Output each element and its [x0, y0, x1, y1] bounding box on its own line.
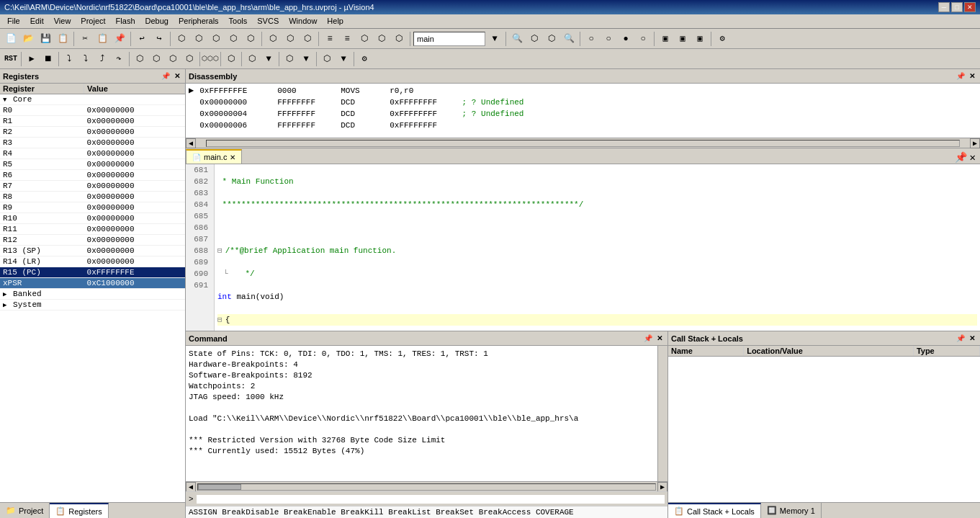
menu-file[interactable]: File [3, 16, 24, 27]
btn3[interactable]: ⬡ [208, 31, 224, 47]
btn8[interactable]: ⬡ [300, 31, 315, 47]
table-row-pc[interactable]: R15 (PC) 0xFFFFFFFE [0, 267, 185, 278]
target-input[interactable] [413, 32, 485, 46]
hscroll-right-btn[interactable]: ▶ [970, 138, 980, 148]
table-row-xpsr[interactable]: xPSR 0xC1000000 [0, 278, 185, 289]
btn18[interactable]: ○ [635, 31, 651, 47]
dbg-btn4[interactable]: ⬡ [181, 51, 197, 67]
btn19[interactable]: ▣ [657, 31, 673, 47]
btn4[interactable]: ⬡ [225, 31, 241, 47]
save-button[interactable]: 💾 [37, 31, 53, 47]
hscroll-left-btn[interactable]: ◀ [186, 138, 196, 148]
disasm-hscrollbar[interactable]: ◀ ▶ [186, 138, 980, 148]
dbg-btn11[interactable]: ▼ [336, 51, 351, 67]
btn22[interactable]: ⚙ [714, 31, 730, 47]
btn10[interactable]: ⬡ [374, 31, 390, 47]
minimize-button[interactable]: ─ [938, 2, 950, 12]
table-row[interactable]: R12 0x00000000 [0, 235, 185, 246]
cmd-hscroll-right[interactable]: ▶ [657, 482, 667, 492]
btn11[interactable]: ⬡ [391, 31, 407, 47]
dbg-btn6[interactable]: ⬡ [244, 51, 260, 67]
reset-button[interactable]: RST [3, 51, 19, 67]
banked-expand-icon[interactable]: ▶ [3, 291, 6, 298]
table-row[interactable]: R9 0x00000000 [0, 202, 185, 213]
table-row[interactable]: R4 0x00000000 [0, 148, 185, 159]
project-tab[interactable]: 📁 Project [0, 503, 50, 518]
command-scrollbar[interactable] [657, 346, 667, 481]
tab-close-icon-right[interactable]: ✕ [968, 151, 977, 164]
menu-view[interactable]: View [50, 16, 76, 27]
btn6[interactable]: ⬡ [265, 31, 281, 47]
cmd-hscroll-thumb[interactable] [198, 484, 241, 490]
save-all-button[interactable]: 📋 [55, 31, 71, 47]
table-row[interactable]: R2 0x00000000 [0, 127, 185, 138]
btn14[interactable]: ⬡ [544, 31, 559, 47]
callstack-tab-locals[interactable]: 📋 Call Stack + Locals [668, 503, 761, 518]
new-file-button[interactable]: 📄 [3, 31, 19, 47]
btn17[interactable]: ● [618, 31, 634, 47]
expand-684[interactable]: ⊟ [217, 245, 222, 256]
maximize-button[interactable]: □ [951, 2, 963, 12]
dbg-btn2[interactable]: ⬡ [148, 51, 164, 67]
outdent-button[interactable]: ≡ [339, 31, 355, 47]
step-out-button[interactable]: ⤴ [94, 51, 110, 67]
stop-button[interactable]: ⏹ [40, 51, 56, 67]
dbg-btn5[interactable]: ⬡ [223, 51, 239, 67]
table-row[interactable]: R14 (LR) 0x00000000 [0, 256, 185, 267]
btn2[interactable]: ⬡ [191, 31, 207, 47]
dbg-btn7[interactable]: ▼ [261, 51, 277, 67]
target-dropdown[interactable]: ▼ [487, 31, 503, 47]
table-row[interactable]: ▼ Core [0, 94, 185, 105]
btn13[interactable]: ⬡ [526, 31, 542, 47]
expand-icon[interactable]: ▼ [3, 97, 6, 104]
tab-close-icon[interactable]: ✕ [230, 153, 235, 161]
dbg-btn8[interactable]: ⬡ [282, 51, 297, 67]
menu-window[interactable]: Window [284, 16, 321, 27]
table-row[interactable]: ▶ System [0, 300, 185, 311]
main-c-tab[interactable]: 📄 main.c ✕ [186, 149, 242, 164]
system-expand-icon[interactable]: ▶ [3, 302, 6, 309]
dbg-btn3[interactable]: ⬡ [165, 51, 181, 67]
table-row[interactable]: R6 0x00000000 [0, 170, 185, 181]
cmd-pin-icon[interactable]: 📌 [643, 334, 653, 344]
indent-button[interactable]: ≡ [322, 31, 338, 47]
btn21[interactable]: ▣ [692, 31, 708, 47]
dbg-btn10[interactable]: ⬡ [319, 51, 335, 67]
menu-tools[interactable]: Tools [225, 16, 252, 27]
dbg-btn9[interactable]: ▼ [298, 51, 314, 67]
tab-pin-icon[interactable]: 📌 [953, 151, 968, 164]
code-content[interactable]: * Main Function ************************… [215, 164, 980, 331]
menu-svcs[interactable]: SVCS [253, 16, 283, 27]
expand-687[interactable]: ⊟ [217, 314, 222, 326]
table-row[interactable]: R10 0x00000000 [0, 213, 185, 224]
table-row[interactable]: R8 0x00000000 [0, 192, 185, 202]
btn5[interactable]: ⬡ [243, 31, 259, 47]
dbg-btn1[interactable]: ⬡ [132, 51, 148, 67]
btn16[interactable]: ○ [601, 31, 616, 47]
step-into-button[interactable]: ⤵ [78, 51, 94, 67]
copy-button[interactable]: 📋 [94, 31, 110, 47]
cs-pin-icon[interactable]: 📌 [956, 334, 966, 344]
menu-help[interactable]: Help [323, 16, 348, 27]
disasm-close-icon[interactable]: ✕ [967, 71, 977, 81]
table-row[interactable]: R5 0x00000000 [0, 159, 185, 170]
btn7[interactable]: ⬡ [282, 31, 298, 47]
run-to-cursor[interactable]: ↷ [111, 51, 127, 67]
btn12[interactable]: 🔍 [509, 31, 525, 47]
btn1[interactable]: ⬡ [174, 31, 189, 47]
cut-button[interactable]: ✂ [77, 31, 93, 47]
btn9[interactable]: ⬡ [356, 31, 372, 47]
run-button[interactable]: ▶ [24, 51, 40, 67]
show-disasm[interactable]: ⬡⬡⬡ [202, 51, 218, 67]
registers-tab[interactable]: 📋 Registers [50, 503, 108, 518]
search-button[interactable]: 🔍 [561, 31, 577, 47]
table-row[interactable]: R11 0x00000000 [0, 224, 185, 235]
close-panel-icon[interactable]: ✕ [172, 71, 182, 81]
btn15[interactable]: ○ [583, 31, 599, 47]
undo-button[interactable]: ↩ [134, 31, 150, 47]
pin-icon[interactable]: 📌 [161, 71, 171, 81]
paste-button[interactable]: 📌 [112, 31, 127, 47]
table-row[interactable]: R0 0x00000000 [0, 105, 185, 116]
cs-close-icon[interactable]: ✕ [967, 334, 977, 344]
menu-flash[interactable]: Flash [112, 16, 140, 27]
